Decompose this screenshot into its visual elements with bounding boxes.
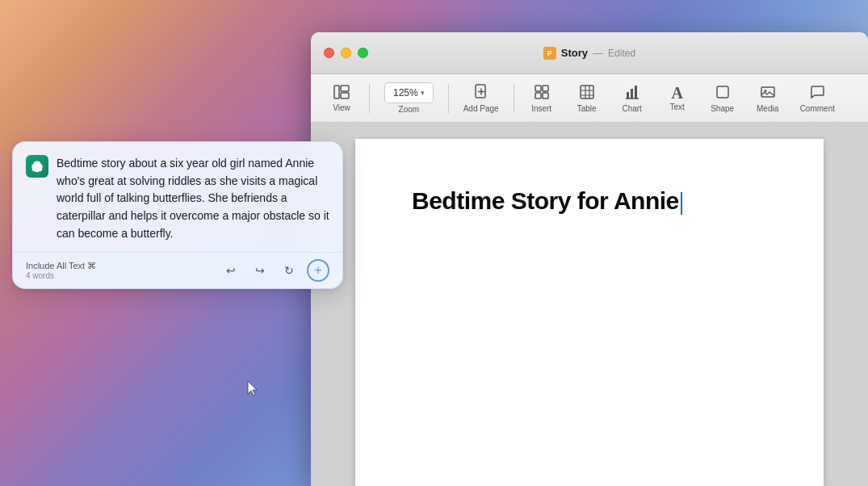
shape-button[interactable]: Shape [702, 79, 744, 118]
add-button[interactable]: + [307, 259, 329, 282]
zoom-control[interactable]: 125% ▾ Zoom [376, 78, 442, 119]
undo-button[interactable]: ↩ [220, 259, 242, 282]
refresh-icon: ↻ [284, 264, 294, 277]
maximize-button[interactable] [358, 48, 368, 58]
svg-rect-20 [761, 87, 774, 97]
svg-rect-7 [543, 86, 548, 91]
view-button[interactable]: View [321, 80, 363, 117]
zoom-button[interactable]: 125% ▾ [384, 82, 434, 103]
svg-rect-8 [535, 93, 541, 98]
insert-icon [534, 84, 550, 103]
document-area: Bedtime Story for Annie [311, 123, 868, 486]
view-icon [333, 85, 350, 102]
zoom-value: 125% [393, 87, 418, 98]
svg-rect-1 [341, 86, 349, 91]
window-title: P Story — Edited [543, 47, 635, 60]
table-label: Table [577, 104, 597, 113]
svg-rect-6 [535, 86, 541, 91]
ai-chat-popup: Bedtime story about a six year old girl … [12, 141, 343, 289]
redo-icon: ↪ [255, 264, 265, 277]
pages-window: P Story — Edited View 125% ▾ [311, 32, 868, 486]
ai-popup-footer: Include All Text ⌘ 4 words ↩ ↪ ↻ + [13, 252, 342, 288]
table-icon [579, 84, 595, 103]
traffic-lights [324, 48, 368, 58]
comment-icon [809, 84, 825, 103]
svg-rect-17 [635, 86, 637, 98]
zoom-label: Zoom [399, 105, 420, 114]
footer-info: Include All Text ⌘ 4 words [26, 261, 96, 280]
add-page-label: Add Page [463, 104, 499, 113]
zoom-arrow: ▾ [421, 89, 425, 97]
media-icon [760, 84, 776, 103]
title-bar: P Story — Edited [311, 32, 868, 74]
minimize-button[interactable] [341, 48, 351, 58]
add-page-icon [473, 84, 489, 103]
page-title: Bedtime Story for Annie [412, 187, 767, 215]
comment-label: Comment [800, 104, 835, 113]
page-title-text: Bedtime Story for Annie [412, 187, 679, 214]
svg-rect-10 [581, 86, 593, 98]
document-icon: P [543, 47, 556, 60]
svg-rect-2 [341, 93, 349, 98]
svg-rect-16 [631, 89, 633, 98]
toolbar-divider-1 [369, 84, 370, 113]
text-label: Text [669, 103, 684, 111]
text-cursor [681, 192, 682, 215]
chart-button[interactable]: Chart [611, 79, 653, 118]
document-name: Story [561, 47, 588, 59]
add-icon: + [314, 263, 321, 278]
toolbar-divider-2 [448, 84, 449, 113]
footer-actions: ↩ ↪ ↻ + [220, 259, 329, 282]
shape-icon [715, 84, 731, 103]
chart-label: Chart [622, 104, 641, 113]
add-page-button[interactable]: Add Page [455, 79, 507, 118]
media-button[interactable]: Media [747, 79, 789, 118]
edited-badge: Edited [608, 48, 635, 59]
text-button[interactable]: A Text [656, 80, 698, 116]
media-label: Media [757, 104, 778, 113]
close-button[interactable] [324, 48, 334, 58]
shape-label: Shape [711, 104, 734, 113]
ai-popup-body: Bedtime story about a six year old girl … [13, 142, 342, 252]
insert-button[interactable]: Insert [521, 79, 563, 118]
chatgpt-icon [26, 155, 48, 178]
word-count: 4 words [26, 271, 96, 280]
svg-rect-0 [334, 86, 339, 98]
title-separator: — [593, 47, 603, 59]
undo-icon: ↩ [226, 264, 236, 277]
comment-button[interactable]: Comment [792, 79, 843, 118]
insert-label: Insert [531, 104, 551, 113]
toolbar-divider-3 [514, 84, 514, 113]
svg-rect-9 [543, 93, 548, 98]
svg-rect-19 [717, 86, 728, 98]
table-button[interactable]: Table [566, 79, 608, 118]
ai-response-text: Bedtime story about a six year old girl … [57, 155, 329, 242]
document-page: Bedtime Story for Annie [355, 139, 824, 486]
toolbar: View 125% ▾ Zoom Add Page [311, 74, 868, 123]
text-icon: A [671, 85, 682, 101]
redo-button[interactable]: ↪ [249, 259, 271, 282]
svg-rect-15 [627, 92, 629, 98]
refresh-button[interactable]: ↻ [278, 259, 300, 282]
chart-icon [624, 84, 640, 103]
view-label: View [333, 103, 350, 112]
include-all-text[interactable]: Include All Text ⌘ [26, 261, 96, 271]
